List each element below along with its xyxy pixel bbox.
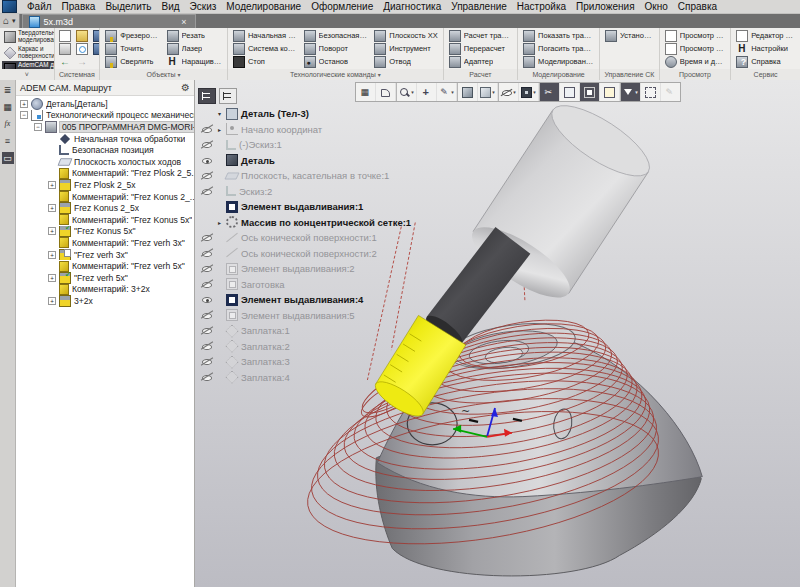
viewport-tool-button[interactable] [458, 83, 478, 101]
ribbon-button[interactable]: Фрезеровать 2.5x [102, 29, 163, 42]
model-tree-row[interactable]: Заплатка:1 [201, 323, 431, 339]
menu-item[interactable]: Настройка [512, 0, 571, 13]
visibility-eye-icon[interactable] [201, 309, 213, 321]
viewport-tool-button[interactable]: ▾ [499, 83, 519, 101]
adem-tree-row[interactable]: Плоскость холостых ходов [16, 156, 194, 168]
visibility-eye-icon[interactable] [201, 154, 213, 166]
model-tree-row[interactable]: ▸ Начало координат [201, 122, 431, 138]
menu-item[interactable]: Эскиз [185, 0, 222, 13]
system-button[interactable] [57, 42, 74, 55]
ribbon-button[interactable]: Расчет траектории [446, 29, 515, 42]
visibility-eye-icon[interactable] [201, 263, 213, 275]
ribbon-footer-objects[interactable]: Объекты▾ [100, 69, 227, 80]
ribbon-button[interactable]: Инструмент [371, 42, 441, 55]
visibility-eye-icon[interactable] [201, 216, 213, 228]
model-tree-row[interactable]: Деталь [201, 153, 431, 169]
ribbon-button[interactable]: Лазер [164, 42, 225, 55]
visibility-eye-icon[interactable] [201, 232, 213, 244]
adem-tree-row[interactable]: Деталь[Деталь] [16, 98, 194, 110]
visibility-eye-icon[interactable] [201, 201, 213, 213]
visibility-eye-icon[interactable] [201, 185, 213, 197]
model-tree-row[interactable]: Плоскость, касательная в точке:1 [201, 168, 431, 184]
adem-tree-row[interactable]: 3+2x [16, 295, 194, 307]
model-tree-row[interactable]: Эскиз:2 [201, 184, 431, 200]
ribbon-footer-calc[interactable]: Расчет [444, 69, 517, 80]
viewport-tool-button[interactable] [641, 83, 661, 101]
ribbon-button[interactable]: Плоскость XX [371, 29, 441, 42]
system-button[interactable] [91, 42, 100, 55]
tree-caret-icon[interactable]: ▸ [216, 126, 223, 133]
ribbon-button[interactable]: Установка СК [602, 29, 657, 42]
viewport-tool-button[interactable] [540, 83, 560, 101]
ribbon-button[interactable]: Безопасная позиция [301, 29, 372, 42]
home-button[interactable]: ⌂ ▾ [0, 14, 20, 28]
model-tree-row[interactable]: (-)Эскиз:1 [201, 137, 431, 153]
menu-item[interactable]: Файл [22, 0, 57, 13]
model-tree-row[interactable]: Элемент выдавливания:4 [201, 292, 431, 308]
adem-tree-row[interactable]: Frez Konus 2_5x [16, 202, 194, 214]
model-tree-row[interactable]: ▾ Деталь (Тел-3) [201, 106, 431, 122]
model-tree-row[interactable]: Заплатка:4 [201, 370, 431, 386]
menu-item[interactable]: Управление [446, 0, 512, 13]
tree-caret-icon[interactable]: ▸ [216, 219, 223, 226]
adem-tree-row[interactable]: Комментарий: "Frez Konus 2_... [16, 191, 194, 203]
visibility-eye-icon[interactable] [201, 371, 213, 383]
ribbon-button[interactable]: Начальная точка [230, 29, 301, 42]
panel-toggle-button[interactable] [2, 84, 14, 96]
adem-tree-row[interactable]: Комментарий: 3+2x [16, 284, 194, 296]
menu-item[interactable]: Моделирование [221, 0, 306, 13]
ribbon-button[interactable]: Отвод [371, 55, 441, 68]
viewport-tool-button[interactable] [580, 83, 600, 101]
document-tab[interactable]: 5x.m3d × [22, 14, 196, 28]
adem-tree-row[interactable]: Комментарий: "Frez verh 3x" [16, 237, 194, 249]
tree-expander-icon[interactable] [48, 204, 56, 212]
ribbon-button[interactable]: Наращивание [164, 55, 225, 68]
ribbon-button[interactable]: Редактор CLData [733, 29, 798, 42]
model-tree-row[interactable]: Элемент выдавливания:1 [201, 199, 431, 215]
visibility-eye-icon[interactable] [201, 139, 213, 151]
tree-expander-icon[interactable] [20, 100, 28, 108]
ribbon-button[interactable]: Стоп [230, 55, 301, 68]
adem-tree-row[interactable]: "Frez verh 3x" [16, 249, 194, 261]
adem-tree-row[interactable]: Безопасная позиция [16, 144, 194, 156]
model-tree-row[interactable]: Ось конической поверхности:2 [201, 246, 431, 262]
ribbon-button[interactable]: Просмотр УП [662, 42, 728, 55]
ribbon-footer-csys[interactable]: Управление СК [600, 69, 659, 80]
menu-item[interactable]: Выделить [100, 0, 156, 13]
mode-button[interactable]: Твердотельное моделирование [2, 29, 54, 45]
adem-tree-row[interactable]: Начальная точка обработки [16, 133, 194, 145]
adem-tree-row[interactable]: Комментарий: "Frez verh 5x" [16, 260, 194, 272]
gear-icon[interactable]: ⚙ [181, 82, 190, 93]
ribbon-button[interactable]: Справка [733, 55, 798, 68]
ribbon-button[interactable]: Точить [102, 42, 163, 55]
visibility-eye-icon[interactable] [201, 123, 213, 135]
tree-expander-icon[interactable] [48, 181, 56, 189]
tree-expander-icon[interactable] [48, 297, 56, 305]
panel-toggle-button[interactable] [2, 152, 14, 164]
mode-button[interactable]: Каркас и поверхности [2, 45, 54, 61]
ribbon-footer-service[interactable]: Сервис [731, 69, 800, 80]
viewport-tool-button[interactable] [356, 83, 376, 101]
ribbon-button[interactable]: Время и длина [662, 55, 728, 68]
adem-tree-row[interactable]: Комментарий: "Frez Plosk 2_5... [16, 168, 194, 180]
visibility-eye-icon[interactable] [201, 294, 213, 306]
menu-item[interactable]: Диагностика [378, 0, 446, 13]
visibility-eye-icon[interactable] [201, 108, 213, 120]
ribbon-footer-tech[interactable]: Технологические команды▾ [228, 69, 443, 80]
tree-expander-icon[interactable] [48, 251, 56, 259]
panel-toggle-button[interactable] [2, 118, 14, 130]
ribbon-button[interactable]: Показать траекторию [520, 29, 597, 42]
ribbon-button[interactable]: Настройки [733, 42, 798, 55]
panel-toggle-button[interactable] [2, 135, 14, 147]
ribbon-button[interactable]: Погасить траекторию [520, 42, 597, 55]
system-button[interactable] [91, 29, 100, 42]
model-tree-row[interactable]: Заплатка:3 [201, 354, 431, 370]
ribbon-button[interactable]: Сверлить [102, 55, 163, 68]
ribbon-footer-modeling[interactable]: Моделирование [518, 69, 599, 80]
3d-viewport[interactable]: ~ [195, 80, 800, 587]
menu-item[interactable]: Приложения [571, 0, 640, 13]
adem-tree-row[interactable]: "Frez verh 5x" [16, 272, 194, 284]
viewport-tool-button[interactable] [417, 83, 437, 101]
tree-expander-icon[interactable] [34, 123, 42, 131]
ribbon-footer-view[interactable]: Просмотр [660, 69, 730, 80]
